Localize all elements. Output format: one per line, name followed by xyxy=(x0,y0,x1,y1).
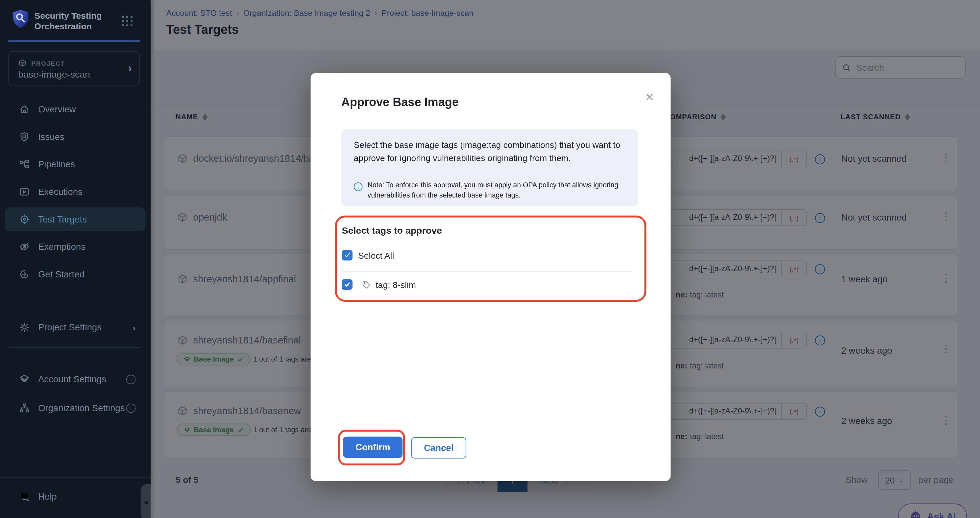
select-tags-section-title: Select tags to approve xyxy=(342,225,442,235)
sidebar-item-help[interactable]: ? Help xyxy=(5,485,146,508)
project-cube-icon xyxy=(18,59,27,68)
project-selector-value: base-image-scan xyxy=(18,69,90,79)
sidebar-item-label: Account Settings xyxy=(38,374,106,384)
sidebar-item-label: Pipelines xyxy=(38,159,75,169)
modal-title: Approve Base Image xyxy=(341,95,459,110)
module-accent-bar xyxy=(8,40,140,42)
sidebar-footer-divider xyxy=(0,477,151,478)
modal-info-panel: Select the base image tags (image:tag co… xyxy=(341,129,638,206)
close-icon[interactable]: ✕ xyxy=(645,91,654,105)
modal-description: Select the base image tags (image:tag co… xyxy=(354,139,627,165)
tag-icon xyxy=(361,280,371,289)
sidebar-item-label: Overview xyxy=(38,104,76,114)
module-switcher-icon[interactable] xyxy=(122,16,133,27)
sidebar-item-label: Executions xyxy=(38,187,83,197)
info-icon: i xyxy=(354,183,363,191)
layers-gear-icon xyxy=(19,374,30,385)
confirm-button[interactable]: Confirm xyxy=(343,437,402,458)
sidebar-item-project-settings[interactable]: Project Settings › xyxy=(5,316,146,339)
org-chart-gear-icon xyxy=(19,402,30,413)
check-icon xyxy=(344,252,350,259)
chevron-right-icon: › xyxy=(128,61,132,76)
check-icon xyxy=(344,281,350,288)
sidebar-item-label: Project Settings xyxy=(38,323,102,332)
eye-off-icon xyxy=(19,241,30,253)
sidebar: Security Testing Orchestration PROJECT b… xyxy=(0,0,151,518)
select-all-label: Select All xyxy=(358,250,394,260)
shield-search-icon xyxy=(19,131,30,142)
target-icon xyxy=(19,214,30,225)
sidebar-nav: Overview Issues Pipelines Executions Tes… xyxy=(5,97,146,289)
approve-base-image-modal: ✕ Approve Base Image Select the base ima… xyxy=(311,73,671,481)
tag-label: tag: 8-slim xyxy=(375,280,416,289)
help-chat-icon: ? xyxy=(19,491,30,502)
sidebar-item-exemptions[interactable]: Exemptions xyxy=(5,235,146,259)
sidebar-item-organization-settings[interactable]: Organization Settings i xyxy=(5,396,146,420)
collapse-left-icon: ◀ xyxy=(143,499,148,505)
sidebar-item-test-targets[interactable]: Test Targets xyxy=(5,207,146,231)
sto-shield-logo-icon xyxy=(12,9,29,29)
project-selector[interactable]: PROJECT base-image-scan › xyxy=(8,51,140,86)
sidebar-item-issues[interactable]: Issues xyxy=(5,125,146,149)
sidebar-item-label: Get Started xyxy=(38,269,84,279)
tag-checkbox[interactable] xyxy=(342,280,353,290)
app-title: Security Testing Orchestration xyxy=(35,11,116,32)
sidebar-item-label: Test Targets xyxy=(38,214,87,224)
pipelines-icon xyxy=(19,159,30,170)
info-icon[interactable]: i xyxy=(126,403,136,413)
sidebar-collapse-button[interactable]: ◀ xyxy=(141,484,151,518)
sidebar-item-pipelines[interactable]: Pipelines xyxy=(5,153,146,176)
annotation-highlight-tags: Select tags to approve Select All tag: 8… xyxy=(335,216,646,302)
sidebar-divider xyxy=(8,347,140,348)
annotation-highlight-confirm: Confirm xyxy=(338,430,405,466)
home-icon xyxy=(19,103,30,115)
sidebar-item-overview[interactable]: Overview xyxy=(5,97,146,121)
executions-icon xyxy=(19,186,30,197)
tags-divider xyxy=(342,271,632,272)
app-root: Security Testing Orchestration PROJECT b… xyxy=(0,0,980,518)
sidebar-item-label: Exemptions xyxy=(38,242,86,251)
project-selector-label: PROJECT xyxy=(31,59,65,67)
sidebar-item-account-settings[interactable]: Account Settings i xyxy=(5,367,146,391)
sidebar-item-executions[interactable]: Executions xyxy=(5,180,146,203)
info-icon[interactable]: i xyxy=(126,374,136,384)
gear-icon xyxy=(19,322,30,333)
select-all-checkbox[interactable] xyxy=(342,250,353,260)
get-started-icon xyxy=(19,269,30,280)
svg-text:?: ? xyxy=(23,493,25,497)
sidebar-item-label: Help xyxy=(38,492,57,502)
sidebar-item-get-started[interactable]: Get Started xyxy=(5,262,146,286)
sidebar-item-label: Issues xyxy=(38,132,64,141)
chevron-right-icon: › xyxy=(132,322,136,333)
cancel-button[interactable]: Cancel xyxy=(411,437,466,459)
sidebar-item-label: Organization Settings xyxy=(38,403,125,413)
modal-note: Note: To enforce this approval, you must… xyxy=(368,180,628,200)
